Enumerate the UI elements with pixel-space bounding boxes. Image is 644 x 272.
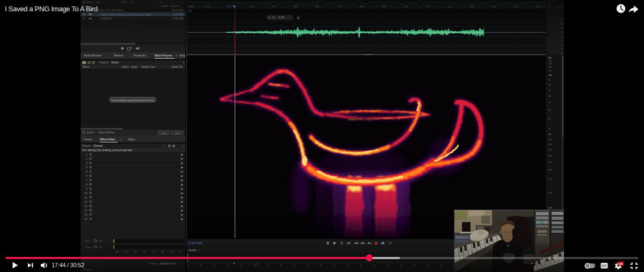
svg-text:HD: HD <box>619 262 623 266</box>
svg-text:CC: CC <box>602 264 607 268</box>
